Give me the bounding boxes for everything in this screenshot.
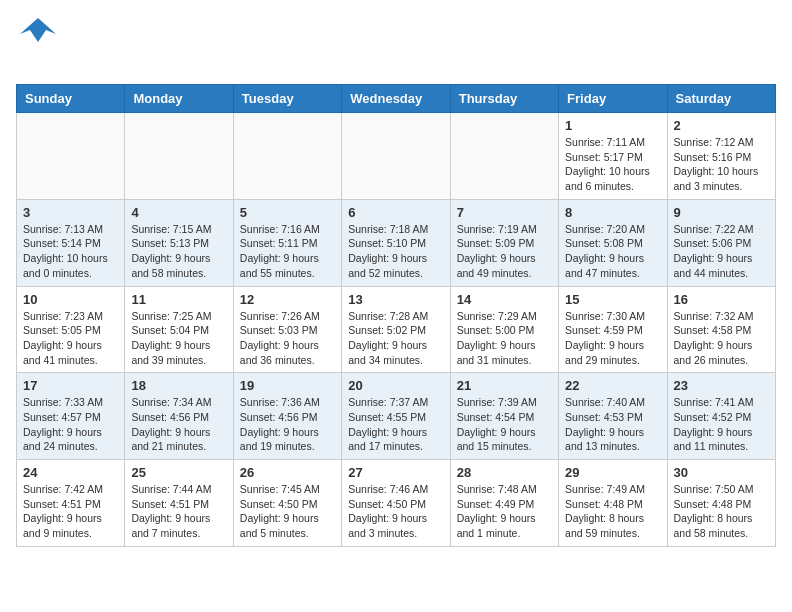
day-number: 18 xyxy=(131,378,226,393)
calendar-header-row: SundayMondayTuesdayWednesdayThursdayFrid… xyxy=(17,85,776,113)
day-info: Sunrise: 7:15 AM Sunset: 5:13 PM Dayligh… xyxy=(131,222,226,281)
day-number: 16 xyxy=(674,292,769,307)
calendar-day: 19Sunrise: 7:36 AM Sunset: 4:56 PM Dayli… xyxy=(233,373,341,460)
calendar-day: 29Sunrise: 7:49 AM Sunset: 4:48 PM Dayli… xyxy=(559,460,667,547)
day-number: 17 xyxy=(23,378,118,393)
day-info: Sunrise: 7:40 AM Sunset: 4:53 PM Dayligh… xyxy=(565,395,660,454)
calendar-day: 17Sunrise: 7:33 AM Sunset: 4:57 PM Dayli… xyxy=(17,373,125,460)
calendar-day: 12Sunrise: 7:26 AM Sunset: 5:03 PM Dayli… xyxy=(233,286,341,373)
calendar-day: 22Sunrise: 7:40 AM Sunset: 4:53 PM Dayli… xyxy=(559,373,667,460)
logo xyxy=(16,16,56,74)
day-number: 25 xyxy=(131,465,226,480)
calendar-day: 25Sunrise: 7:44 AM Sunset: 4:51 PM Dayli… xyxy=(125,460,233,547)
calendar-day xyxy=(17,113,125,200)
day-number: 14 xyxy=(457,292,552,307)
day-number: 15 xyxy=(565,292,660,307)
col-header-sunday: Sunday xyxy=(17,85,125,113)
day-info: Sunrise: 7:50 AM Sunset: 4:48 PM Dayligh… xyxy=(674,482,769,541)
day-number: 1 xyxy=(565,118,660,133)
col-header-monday: Monday xyxy=(125,85,233,113)
day-info: Sunrise: 7:36 AM Sunset: 4:56 PM Dayligh… xyxy=(240,395,335,454)
calendar-day: 1Sunrise: 7:11 AM Sunset: 5:17 PM Daylig… xyxy=(559,113,667,200)
day-number: 3 xyxy=(23,205,118,220)
day-info: Sunrise: 7:19 AM Sunset: 5:09 PM Dayligh… xyxy=(457,222,552,281)
day-number: 10 xyxy=(23,292,118,307)
calendar-day: 21Sunrise: 7:39 AM Sunset: 4:54 PM Dayli… xyxy=(450,373,558,460)
day-info: Sunrise: 7:34 AM Sunset: 4:56 PM Dayligh… xyxy=(131,395,226,454)
calendar-day xyxy=(233,113,341,200)
calendar-day: 14Sunrise: 7:29 AM Sunset: 5:00 PM Dayli… xyxy=(450,286,558,373)
calendar-day: 28Sunrise: 7:48 AM Sunset: 4:49 PM Dayli… xyxy=(450,460,558,547)
calendar-day xyxy=(450,113,558,200)
logo-bird-icon xyxy=(20,16,56,46)
day-info: Sunrise: 7:22 AM Sunset: 5:06 PM Dayligh… xyxy=(674,222,769,281)
day-info: Sunrise: 7:20 AM Sunset: 5:08 PM Dayligh… xyxy=(565,222,660,281)
calendar-day: 26Sunrise: 7:45 AM Sunset: 4:50 PM Dayli… xyxy=(233,460,341,547)
day-number: 19 xyxy=(240,378,335,393)
calendar-day: 5Sunrise: 7:16 AM Sunset: 5:11 PM Daylig… xyxy=(233,199,341,286)
day-number: 8 xyxy=(565,205,660,220)
calendar-day: 2Sunrise: 7:12 AM Sunset: 5:16 PM Daylig… xyxy=(667,113,775,200)
calendar-day: 23Sunrise: 7:41 AM Sunset: 4:52 PM Dayli… xyxy=(667,373,775,460)
svg-marker-0 xyxy=(20,18,56,42)
col-header-saturday: Saturday xyxy=(667,85,775,113)
day-number: 4 xyxy=(131,205,226,220)
day-number: 27 xyxy=(348,465,443,480)
day-number: 12 xyxy=(240,292,335,307)
calendar-week-1: 1Sunrise: 7:11 AM Sunset: 5:17 PM Daylig… xyxy=(17,113,776,200)
day-info: Sunrise: 7:33 AM Sunset: 4:57 PM Dayligh… xyxy=(23,395,118,454)
day-info: Sunrise: 7:46 AM Sunset: 4:50 PM Dayligh… xyxy=(348,482,443,541)
day-number: 22 xyxy=(565,378,660,393)
calendar-week-4: 17Sunrise: 7:33 AM Sunset: 4:57 PM Dayli… xyxy=(17,373,776,460)
calendar-day: 10Sunrise: 7:23 AM Sunset: 5:05 PM Dayli… xyxy=(17,286,125,373)
day-info: Sunrise: 7:30 AM Sunset: 4:59 PM Dayligh… xyxy=(565,309,660,368)
calendar-day: 24Sunrise: 7:42 AM Sunset: 4:51 PM Dayli… xyxy=(17,460,125,547)
day-info: Sunrise: 7:25 AM Sunset: 5:04 PM Dayligh… xyxy=(131,309,226,368)
day-number: 23 xyxy=(674,378,769,393)
day-info: Sunrise: 7:18 AM Sunset: 5:10 PM Dayligh… xyxy=(348,222,443,281)
day-info: Sunrise: 7:26 AM Sunset: 5:03 PM Dayligh… xyxy=(240,309,335,368)
day-number: 2 xyxy=(674,118,769,133)
calendar-day: 13Sunrise: 7:28 AM Sunset: 5:02 PM Dayli… xyxy=(342,286,450,373)
day-number: 11 xyxy=(131,292,226,307)
day-number: 28 xyxy=(457,465,552,480)
calendar-day: 11Sunrise: 7:25 AM Sunset: 5:04 PM Dayli… xyxy=(125,286,233,373)
calendar-day: 7Sunrise: 7:19 AM Sunset: 5:09 PM Daylig… xyxy=(450,199,558,286)
day-info: Sunrise: 7:48 AM Sunset: 4:49 PM Dayligh… xyxy=(457,482,552,541)
calendar-day: 20Sunrise: 7:37 AM Sunset: 4:55 PM Dayli… xyxy=(342,373,450,460)
day-number: 24 xyxy=(23,465,118,480)
calendar-day: 27Sunrise: 7:46 AM Sunset: 4:50 PM Dayli… xyxy=(342,460,450,547)
day-number: 9 xyxy=(674,205,769,220)
calendar-day xyxy=(125,113,233,200)
calendar-day: 9Sunrise: 7:22 AM Sunset: 5:06 PM Daylig… xyxy=(667,199,775,286)
calendar-day: 18Sunrise: 7:34 AM Sunset: 4:56 PM Dayli… xyxy=(125,373,233,460)
calendar-day: 3Sunrise: 7:13 AM Sunset: 5:14 PM Daylig… xyxy=(17,199,125,286)
day-info: Sunrise: 7:23 AM Sunset: 5:05 PM Dayligh… xyxy=(23,309,118,368)
day-info: Sunrise: 7:49 AM Sunset: 4:48 PM Dayligh… xyxy=(565,482,660,541)
day-info: Sunrise: 7:32 AM Sunset: 4:58 PM Dayligh… xyxy=(674,309,769,368)
day-number: 26 xyxy=(240,465,335,480)
day-info: Sunrise: 7:11 AM Sunset: 5:17 PM Dayligh… xyxy=(565,135,660,194)
day-info: Sunrise: 7:28 AM Sunset: 5:02 PM Dayligh… xyxy=(348,309,443,368)
day-info: Sunrise: 7:13 AM Sunset: 5:14 PM Dayligh… xyxy=(23,222,118,281)
col-header-wednesday: Wednesday xyxy=(342,85,450,113)
day-info: Sunrise: 7:12 AM Sunset: 5:16 PM Dayligh… xyxy=(674,135,769,194)
calendar-week-2: 3Sunrise: 7:13 AM Sunset: 5:14 PM Daylig… xyxy=(17,199,776,286)
day-number: 30 xyxy=(674,465,769,480)
day-number: 6 xyxy=(348,205,443,220)
day-number: 20 xyxy=(348,378,443,393)
calendar-day: 4Sunrise: 7:15 AM Sunset: 5:13 PM Daylig… xyxy=(125,199,233,286)
day-number: 21 xyxy=(457,378,552,393)
day-info: Sunrise: 7:42 AM Sunset: 4:51 PM Dayligh… xyxy=(23,482,118,541)
calendar-day: 16Sunrise: 7:32 AM Sunset: 4:58 PM Dayli… xyxy=(667,286,775,373)
day-info: Sunrise: 7:37 AM Sunset: 4:55 PM Dayligh… xyxy=(348,395,443,454)
day-info: Sunrise: 7:44 AM Sunset: 4:51 PM Dayligh… xyxy=(131,482,226,541)
day-info: Sunrise: 7:16 AM Sunset: 5:11 PM Dayligh… xyxy=(240,222,335,281)
day-info: Sunrise: 7:29 AM Sunset: 5:00 PM Dayligh… xyxy=(457,309,552,368)
calendar-day: 8Sunrise: 7:20 AM Sunset: 5:08 PM Daylig… xyxy=(559,199,667,286)
day-number: 7 xyxy=(457,205,552,220)
day-info: Sunrise: 7:41 AM Sunset: 4:52 PM Dayligh… xyxy=(674,395,769,454)
page-header xyxy=(16,16,776,74)
calendar-day: 15Sunrise: 7:30 AM Sunset: 4:59 PM Dayli… xyxy=(559,286,667,373)
calendar-table: SundayMondayTuesdayWednesdayThursdayFrid… xyxy=(16,84,776,547)
